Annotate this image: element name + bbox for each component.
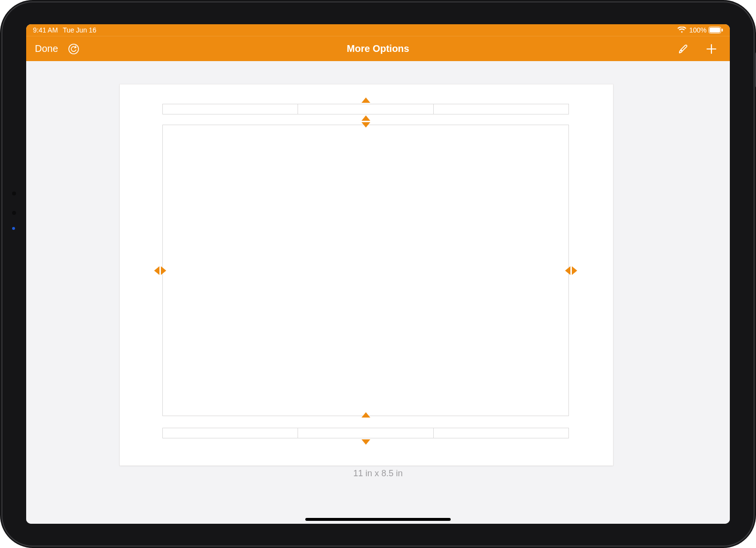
svg-rect-2: [722, 29, 723, 32]
camera-led: [12, 227, 15, 230]
top-margin-up-handle[interactable]: [362, 115, 370, 121]
ipad-bezel: 9:41 AM Tue Jun 16 100% Done M: [0, 0, 756, 548]
svg-rect-1: [709, 28, 720, 32]
status-bar: 9:41 AM Tue Jun 16 100%: [26, 24, 730, 36]
page-sheet[interactable]: [120, 84, 613, 466]
done-button[interactable]: Done: [35, 43, 58, 54]
camera-dot: [12, 211, 16, 215]
svg-point-3: [69, 44, 79, 54]
navbar-title: More Options: [26, 43, 730, 54]
format-brush-button[interactable]: [677, 42, 690, 56]
bottom-margin-out-handle[interactable]: [362, 439, 370, 445]
top-margin-outer-handle[interactable]: [362, 97, 370, 103]
screen: 9:41 AM Tue Jun 16 100% Done M: [26, 24, 730, 524]
right-margin-in-handle[interactable]: [565, 266, 570, 275]
footer-cell[interactable]: [163, 428, 298, 438]
battery-percent: 100%: [689, 26, 707, 34]
page-size-label: 11 in x 8.5 in: [26, 468, 730, 479]
home-indicator[interactable]: [305, 518, 451, 521]
header-cell[interactable]: [434, 104, 568, 114]
bottom-margin-in-handle[interactable]: [362, 412, 370, 418]
undo-button[interactable]: [67, 42, 80, 56]
footer-cell[interactable]: [434, 428, 568, 438]
battery-indicator: 100%: [689, 26, 723, 34]
add-button[interactable]: [705, 42, 718, 56]
left-margin-out-handle[interactable]: [154, 266, 159, 275]
left-margin-in-handle[interactable]: [161, 266, 166, 275]
wifi-icon: [677, 27, 686, 33]
right-margin-out-handle[interactable]: [572, 266, 577, 275]
top-margin-down-handle[interactable]: [362, 122, 370, 128]
navbar: Done More Options: [26, 36, 730, 61]
header-cell[interactable]: [298, 104, 433, 114]
content-frame[interactable]: [162, 125, 569, 416]
page-header[interactable]: [162, 104, 569, 114]
canvas[interactable]: 11 in x 8.5 in: [26, 61, 730, 524]
footer-cell[interactable]: [298, 428, 433, 438]
status-date: Tue Jun 16: [63, 26, 96, 34]
status-time: 9:41 AM: [33, 26, 58, 34]
page-footer[interactable]: [162, 428, 569, 438]
header-cell[interactable]: [163, 104, 298, 114]
camera-dot: [12, 192, 16, 195]
